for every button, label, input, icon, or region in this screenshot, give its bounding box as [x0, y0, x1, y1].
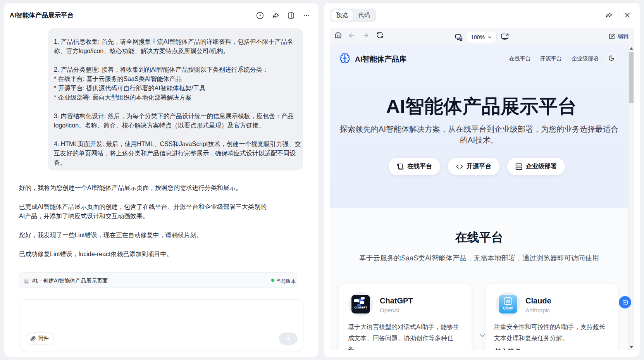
svg-text:0: 0 [460, 37, 461, 41]
